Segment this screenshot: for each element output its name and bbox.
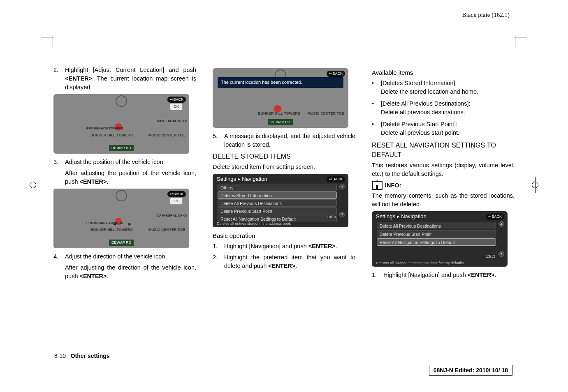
text: . <box>107 273 109 279</box>
step-text: Adjust the position of the vehicle icon. <box>65 158 196 166</box>
info-callout: INFO: <box>372 181 515 190</box>
page-count: 10/13 <box>327 214 336 220</box>
step-number: 3. <box>53 158 61 166</box>
menu-row: Delete All Previous Destinations <box>377 222 496 229</box>
step-text: Highlight [Adjust Current Location] and … <box>65 66 196 92</box>
item-title: [Delete Previous Start Point]: <box>381 120 459 129</box>
text: . <box>107 178 109 185</box>
bullet-icon: • <box>372 99 377 117</box>
scroll-down-icon: ▼ <box>339 212 345 217</box>
heading-delete-stored: DELETE STORED ITEMS <box>213 152 355 161</box>
item-title: [Delete All Previous Destinations]: <box>381 99 471 108</box>
screenshot-map-3: ↩BACK The current location has been corr… <box>213 68 348 128</box>
map-label: BUNKER HILL TOWERS <box>258 111 300 116</box>
map-label: CATHEDRAL OF OI <box>157 213 187 218</box>
basic-step-1: 1. Highlight [Navigation] and push <ENTE… <box>213 242 355 251</box>
road-label: DEWAP RD <box>109 145 134 151</box>
step-number: 1. <box>372 271 379 279</box>
heading-reset-all: RESET ALL NAVIGATION SETTINGS TO DEFAULT <box>372 141 515 159</box>
step-2: 2. Highlight [Adjust Current Location] a… <box>53 66 196 92</box>
page-number: 8-10 <box>54 353 66 359</box>
text: Highlight [Navigation] and push <box>224 243 308 249</box>
info-paragraph: The memory contents, such as the stored … <box>372 191 515 209</box>
back-button: ↩BACK <box>486 214 504 220</box>
message-banner: The current location has been corrected. <box>218 77 343 88</box>
step-number: 4. <box>53 252 61 261</box>
edit-stamp: 08NJ-N Edited: 2010/ 10/ 18 <box>429 365 512 376</box>
heading-basic-operation: Basic operation <box>213 231 355 240</box>
heading-available-items: Available items <box>372 68 515 77</box>
screenshot-settings-2: Settings ▸ Navigation ↩BACK Delete All P… <box>372 211 508 267</box>
back-button: ↩BACK <box>327 176 345 182</box>
info-icon <box>372 181 383 190</box>
screenshot-settings-1: Settings ▸ Navigation ↩BACK Others Delet… <box>213 174 348 227</box>
menu-row: Delete All Previous Destinations <box>218 199 337 207</box>
compass-icon <box>116 95 127 107</box>
registration-mark <box>25 177 41 193</box>
text: Highlight [Navigation] and push <box>383 272 468 278</box>
screenshot-map-2: ↩BACK OK PROMENADE TOWERS CATHEDRAL OF O… <box>53 189 189 248</box>
screenshot-map-1: ↩BACK OK PROMENADE TOWERS CATHEDRAL OF O… <box>53 94 189 154</box>
key-enter: <ENTER> <box>79 273 107 279</box>
step-number: 2. <box>213 253 220 270</box>
menu-row: Others <box>218 184 337 191</box>
bullet-icon: • <box>372 79 377 96</box>
step-3: 3. Adjust the position of the vehicle ic… <box>53 158 196 166</box>
bullet-item-3: • [Delete Previous Start Point]: Delete … <box>372 120 515 137</box>
map-label: MUSIC CENTER TOE <box>308 111 344 116</box>
scroll-up-icon: ▲ <box>339 184 345 189</box>
registration-mark <box>527 177 543 193</box>
crop-mark <box>515 37 527 37</box>
section-name: Other settings <box>71 353 110 359</box>
map-label: BUNKER HILL TOWERS <box>90 133 133 138</box>
bullet-icon: • <box>372 120 377 137</box>
bullet-item-1: • [Deletes Stored Information]: Delete t… <box>372 79 515 96</box>
map-label: PROMENADE TOWERS <box>86 221 123 226</box>
road-label: DEWAP RD <box>268 119 293 125</box>
item-title: [Deletes Stored Information]: <box>381 79 478 88</box>
step-number: 5. <box>213 132 220 149</box>
back-button: ↩BACK <box>327 71 345 77</box>
crop-mark <box>515 35 515 47</box>
text: Highlight [Adjust Current Location] and … <box>65 67 196 73</box>
bullet-body: [Deletes Stored Information]: Delete the… <box>381 79 478 96</box>
step-text: Highlight [Navigation] and push <ENTER>. <box>383 271 515 279</box>
scroll-down-icon: ▼ <box>498 251 504 257</box>
text: . <box>295 263 297 269</box>
key-enter: <ENTER> <box>268 263 295 269</box>
item-desc: Delete all previous destinations. <box>381 108 471 117</box>
info-label: INFO: <box>385 181 401 190</box>
menu-row: Delete Previous Start Point <box>377 230 496 238</box>
key-enter: <ENTER> <box>79 178 107 185</box>
map-label: MUSIC CENTER TOE <box>148 133 185 138</box>
step-text: Highlight the preferred item that you wa… <box>224 253 355 270</box>
column-3: Available items • [Deletes Stored Inform… <box>372 66 515 283</box>
reset-paragraph: This restores various settings (display,… <box>372 161 515 178</box>
menu-row-selected: Deletes Stored Information <box>218 191 337 199</box>
text: . <box>495 272 496 278</box>
item-desc: Delete the stored location and home. <box>381 88 478 96</box>
item-desc: Delete all previous start point. <box>381 129 459 137</box>
menu-row: Delete Previous Start Point <box>218 207 337 214</box>
column-2: ↩BACK The current location has been corr… <box>213 66 355 283</box>
map-label: CATHEDRAL OF OI <box>157 119 187 124</box>
ok-button: OK <box>170 103 183 110</box>
text: . <box>336 243 337 249</box>
step-text: Adjust the direction of the vehicle icon… <box>65 252 196 261</box>
ok-button: OK <box>170 198 183 205</box>
delete-subtitle: Delete stored item from setting screen. <box>213 163 355 171</box>
key-enter: <ENTER> <box>65 75 92 82</box>
settings-header: Settings ▸ Navigation <box>217 175 267 183</box>
plate-label: Black plate (162,1) <box>462 12 510 18</box>
scroll-up-icon: ▲ <box>498 221 504 227</box>
step-4: 4. Adjust the direction of the vehicle i… <box>53 252 196 261</box>
back-button: ↩BACK <box>167 191 186 197</box>
page-footer: 8-10 Other settings <box>54 353 110 359</box>
crop-mark <box>41 37 53 37</box>
bullet-body: [Delete Previous Start Point]: Delete al… <box>381 120 459 137</box>
page-content: 2. Highlight [Adjust Current Location] a… <box>53 66 515 283</box>
step-number: 2. <box>53 66 61 92</box>
step-5: 5. A message is displayed, and the adjus… <box>213 132 355 149</box>
reset-step-1: 1. Highlight [Navigation] and push <ENTE… <box>372 271 515 279</box>
page-count: 13/13 <box>486 254 495 259</box>
